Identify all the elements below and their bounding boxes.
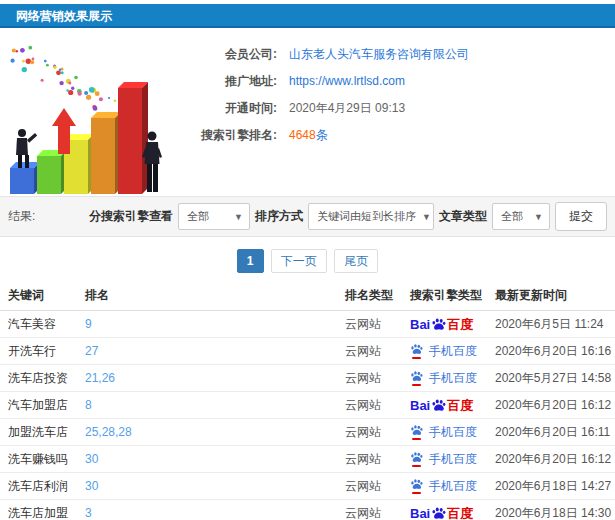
mobile-baidu-logo: 手机百度 (410, 343, 477, 359)
engine-cell: Bai百度 (402, 392, 487, 419)
mobile-baidu-logo: 手机百度 (410, 424, 477, 440)
paw-icon (431, 506, 446, 520)
results-table-body: 汽车美容9云网站Bai百度2020年6月5日 11:24开洗车行27云网站手机百… (0, 311, 615, 520)
keyword-cell: 洗车赚钱吗 (0, 446, 77, 473)
rank-type-cell: 云网站 (337, 419, 402, 446)
member-info-panel: 会员公司: 山东老人头汽车服务咨询有限公司 推广地址: https://www.… (185, 34, 615, 196)
article-type-label: 文章类型 (439, 208, 487, 225)
table-row: 洗车店投资21,26云网站手机百度2020年5月27日 14:58 (0, 365, 615, 392)
result-label: 结果: (8, 208, 35, 225)
open-time-row: 开通时间: 2020年4月29日 09:13 (185, 100, 615, 117)
baidu-logo: Bai百度 (410, 398, 473, 413)
table-row: 洗车店利润30云网站手机百度2020年6月18日 14:27 (0, 473, 615, 500)
paw-icon (410, 478, 423, 491)
rank-cell[interactable]: 8 (77, 392, 337, 419)
rank-type-cell: 云网站 (337, 446, 402, 473)
next-page-button[interactable]: 下一页 (271, 249, 327, 273)
time-cell: 2020年6月20日 16:12 (487, 392, 615, 419)
engine-filter-select[interactable]: 全部 ▼ (178, 203, 250, 230)
rank-cell[interactable]: 30 (77, 446, 337, 473)
results-section: 关键词排名排名类型搜索引擎类型最新更新时间 汽车美容9云网站Bai百度2020年… (0, 282, 615, 520)
open-time-value: 2020年4月29日 09:13 (289, 100, 405, 117)
filter-bar: 结果: 分搜索引擎查看 全部 ▼ 排序方式 关键词由短到长排序 ▼ 文章类型 全… (0, 196, 615, 237)
chevron-down-icon: ▼ (422, 212, 431, 222)
filter-controls: 分搜索引擎查看 全部 ▼ 排序方式 关键词由短到长排序 ▼ 文章类型 全部 ▼ … (89, 202, 607, 231)
rank-type-cell: 云网站 (337, 392, 402, 419)
column-header: 关键词 (0, 282, 77, 311)
table-row: 洗车店加盟3云网站Bai百度2020年6月18日 14:30 (0, 500, 615, 520)
table-row: 洗车赚钱吗30云网站手机百度2020年6月20日 16:12 (0, 446, 615, 473)
paw-icon (410, 424, 423, 437)
keyword-cell: 开洗车行 (0, 338, 77, 365)
paw-icon (410, 451, 423, 464)
engine-rank-value: 4648条 (289, 127, 328, 144)
rank-type-cell: 云网站 (337, 338, 402, 365)
keyword-cell: 洗车店利润 (0, 473, 77, 500)
promo-url-link[interactable]: https://www.lrtlsd.com (289, 73, 405, 90)
paw-icon (410, 370, 423, 383)
rank-cell[interactable]: 9 (77, 311, 337, 338)
table-row: 汽车加盟店8云网站Bai百度2020年6月20日 16:12 (0, 392, 615, 419)
promo-url-label: 推广地址: (185, 73, 277, 90)
time-cell: 2020年6月20日 16:16 (487, 338, 615, 365)
results-table: 关键词排名排名类型搜索引擎类型最新更新时间 汽车美容9云网站Bai百度2020年… (0, 282, 615, 520)
rank-cell[interactable]: 27 (77, 338, 337, 365)
baidu-logo: Bai百度 (410, 506, 473, 520)
last-page-button[interactable]: 尾页 (334, 249, 378, 273)
table-row: 汽车美容9云网站Bai百度2020年6月5日 11:24 (0, 311, 615, 338)
engine-cell: 手机百度 (402, 365, 487, 392)
hero-image (0, 34, 185, 196)
rank-cell[interactable]: 25,28,28 (77, 419, 337, 446)
keyword-cell: 洗车店投资 (0, 365, 77, 392)
engine-cell: 手机百度 (402, 473, 487, 500)
rank-type-cell: 云网站 (337, 500, 402, 520)
promo-url-row: 推广地址: https://www.lrtlsd.com (185, 73, 615, 90)
article-type-select[interactable]: 全部 ▼ (492, 203, 550, 230)
rank-cell[interactable]: 3 (77, 500, 337, 520)
marketing-chart-graphic (0, 34, 180, 199)
engine-cell: Bai百度 (402, 500, 487, 520)
page-title: 网络营销效果展示 (16, 9, 112, 23)
chevron-down-icon: ▼ (234, 212, 243, 222)
engine-cell: 手机百度 (402, 446, 487, 473)
column-header: 搜索引擎类型 (402, 282, 487, 311)
rank-type-cell: 云网站 (337, 311, 402, 338)
time-cell: 2020年6月20日 16:12 (487, 446, 615, 473)
time-cell: 2020年6月18日 14:30 (487, 500, 615, 520)
engine-cell: 手机百度 (402, 419, 487, 446)
engine-cell: Bai百度 (402, 311, 487, 338)
table-row: 开洗车行27云网站手机百度2020年6月20日 16:16 (0, 338, 615, 365)
company-link[interactable]: 山东老人头汽车服务咨询有限公司 (289, 46, 469, 63)
info-section: 会员公司: 山东老人头汽车服务咨询有限公司 推广地址: https://www.… (0, 28, 615, 196)
sort-select[interactable]: 关键词由短到长排序 ▼ (308, 203, 434, 230)
page-button-current[interactable]: 1 (237, 249, 264, 273)
mobile-baidu-logo: 手机百度 (410, 451, 477, 467)
baidu-logo: Bai百度 (410, 317, 473, 332)
mobile-baidu-logo: 手机百度 (410, 478, 477, 494)
column-header: 排名 (77, 282, 337, 311)
confetti-dots (11, 46, 122, 119)
keyword-cell: 汽车美容 (0, 311, 77, 338)
rank-type-cell: 云网站 (337, 365, 402, 392)
page-title-bar: 网络营销效果展示 (0, 4, 615, 28)
pagination: 1 下一页 尾页 (0, 249, 615, 273)
keyword-cell: 加盟洗车店 (0, 419, 77, 446)
mobile-baidu-logo: 手机百度 (410, 370, 477, 386)
submit-button[interactable]: 提交 (555, 202, 607, 231)
company-row: 会员公司: 山东老人头汽车服务咨询有限公司 (185, 46, 615, 63)
rank-cell[interactable]: 30 (77, 473, 337, 500)
rank-cell[interactable]: 21,26 (77, 365, 337, 392)
engine-rank-row: 搜索引擎排名: 4648条 (185, 127, 615, 144)
paw-icon (431, 398, 446, 413)
chevron-down-icon: ▼ (534, 212, 543, 222)
time-cell: 2020年5月27日 14:58 (487, 365, 615, 392)
time-cell: 2020年6月20日 16:11 (487, 419, 615, 446)
sort-label: 排序方式 (255, 208, 303, 225)
engine-cell: 手机百度 (402, 338, 487, 365)
company-label: 会员公司: (185, 46, 277, 63)
rank-type-cell: 云网站 (337, 473, 402, 500)
time-cell: 2020年6月18日 14:27 (487, 473, 615, 500)
paw-icon (410, 343, 423, 356)
table-header-row: 关键词排名排名类型搜索引擎类型最新更新时间 (0, 282, 615, 311)
open-time-label: 开通时间: (185, 100, 277, 117)
